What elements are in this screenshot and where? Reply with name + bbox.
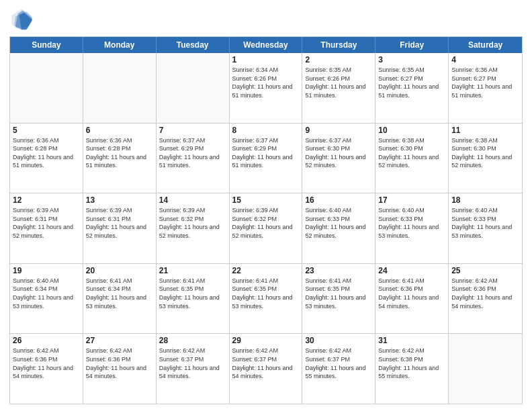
calendar-cell: 18Sunrise: 6:40 AM Sunset: 6:33 PM Dayli…	[449, 193, 522, 263]
day-number: 26	[13, 336, 80, 345]
day-number: 10	[378, 126, 445, 135]
cell-detail: Sunrise: 6:42 AM Sunset: 6:38 PM Dayligh…	[378, 347, 445, 380]
cell-detail: Sunrise: 6:42 AM Sunset: 6:37 PM Dayligh…	[305, 347, 372, 380]
cell-detail: Sunrise: 6:34 AM Sunset: 6:26 PM Dayligh…	[232, 66, 300, 99]
cell-detail: Sunrise: 6:42 AM Sunset: 6:37 PM Dayligh…	[232, 347, 300, 380]
calendar-cell: 28Sunrise: 6:42 AM Sunset: 6:37 PM Dayli…	[157, 334, 230, 404]
weekday-header-saturday: Saturday	[449, 37, 522, 53]
cell-detail: Sunrise: 6:35 AM Sunset: 6:27 PM Dayligh…	[378, 66, 445, 99]
day-number: 24	[378, 266, 445, 275]
day-number: 8	[232, 126, 300, 135]
day-number: 28	[159, 336, 226, 345]
calendar-row-3: 19Sunrise: 6:40 AM Sunset: 6:34 PM Dayli…	[10, 263, 522, 334]
cell-detail: Sunrise: 6:42 AM Sunset: 6:37 PM Dayligh…	[159, 347, 226, 380]
calendar-cell: 1Sunrise: 6:34 AM Sunset: 6:26 PM Daylig…	[230, 53, 303, 123]
cell-detail: Sunrise: 6:39 AM Sunset: 6:32 PM Dayligh…	[159, 206, 226, 240]
day-number: 20	[86, 266, 153, 275]
cell-detail: Sunrise: 6:37 AM Sunset: 6:29 PM Dayligh…	[159, 136, 226, 170]
calendar-header: SundayMondayTuesdayWednesdayThursdayFrid…	[10, 37, 522, 53]
day-number: 29	[232, 336, 300, 345]
page: SundayMondayTuesdayWednesdayThursdayFrid…	[0, 0, 532, 411]
calendar-cell: 20Sunrise: 6:41 AM Sunset: 6:34 PM Dayli…	[83, 264, 157, 334]
cell-detail: Sunrise: 6:36 AM Sunset: 6:28 PM Dayligh…	[86, 136, 153, 170]
cell-detail: Sunrise: 6:36 AM Sunset: 6:27 PM Dayligh…	[451, 66, 519, 99]
calendar-cell	[83, 53, 157, 123]
day-number: 6	[86, 126, 153, 135]
calendar-cell: 4Sunrise: 6:36 AM Sunset: 6:27 PM Daylig…	[449, 53, 522, 123]
header	[9, 7, 523, 31]
calendar-cell: 15Sunrise: 6:39 AM Sunset: 6:32 PM Dayli…	[230, 193, 303, 263]
day-number: 18	[451, 195, 519, 205]
cell-detail: Sunrise: 6:41 AM Sunset: 6:36 PM Dayligh…	[378, 277, 445, 310]
day-number: 25	[451, 266, 519, 275]
calendar-cell	[10, 53, 83, 123]
cell-detail: Sunrise: 6:39 AM Sunset: 6:31 PM Dayligh…	[13, 206, 80, 240]
cell-detail: Sunrise: 6:41 AM Sunset: 6:35 PM Dayligh…	[232, 277, 300, 310]
cell-detail: Sunrise: 6:37 AM Sunset: 6:30 PM Dayligh…	[305, 136, 372, 170]
calendar-cell: 19Sunrise: 6:40 AM Sunset: 6:34 PM Dayli…	[10, 264, 83, 334]
cell-detail: Sunrise: 6:42 AM Sunset: 6:36 PM Dayligh…	[13, 347, 80, 380]
day-number: 4	[451, 55, 519, 64]
calendar-cell: 6Sunrise: 6:36 AM Sunset: 6:28 PM Daylig…	[83, 124, 157, 193]
cell-detail: Sunrise: 6:40 AM Sunset: 6:34 PM Dayligh…	[13, 277, 80, 310]
logo	[9, 7, 36, 31]
weekday-header-wednesday: Wednesday	[230, 37, 303, 53]
logo-icon	[9, 7, 34, 31]
day-number: 7	[159, 126, 226, 135]
calendar-cell: 3Sunrise: 6:35 AM Sunset: 6:27 PM Daylig…	[375, 53, 449, 123]
day-number: 11	[451, 126, 519, 135]
calendar: SundayMondayTuesdayWednesdayThursdayFrid…	[9, 36, 523, 404]
day-number: 12	[13, 195, 80, 205]
calendar-cell: 7Sunrise: 6:37 AM Sunset: 6:29 PM Daylig…	[157, 124, 230, 193]
cell-detail: Sunrise: 6:40 AM Sunset: 6:33 PM Dayligh…	[451, 206, 519, 240]
day-number: 16	[305, 195, 372, 205]
day-number: 23	[305, 266, 372, 275]
calendar-cell: 23Sunrise: 6:41 AM Sunset: 6:35 PM Dayli…	[302, 264, 375, 334]
cell-detail: Sunrise: 6:38 AM Sunset: 6:30 PM Dayligh…	[451, 136, 519, 170]
calendar-cell: 12Sunrise: 6:39 AM Sunset: 6:31 PM Dayli…	[10, 193, 83, 263]
calendar-cell: 5Sunrise: 6:36 AM Sunset: 6:28 PM Daylig…	[10, 124, 83, 193]
cell-detail: Sunrise: 6:37 AM Sunset: 6:29 PM Dayligh…	[232, 136, 300, 170]
calendar-body: 1Sunrise: 6:34 AM Sunset: 6:26 PM Daylig…	[10, 53, 522, 404]
cell-detail: Sunrise: 6:35 AM Sunset: 6:26 PM Dayligh…	[305, 66, 372, 99]
day-number: 27	[86, 336, 153, 345]
day-number: 13	[86, 195, 153, 205]
day-number: 5	[13, 126, 80, 135]
calendar-cell: 26Sunrise: 6:42 AM Sunset: 6:36 PM Dayli…	[10, 334, 83, 404]
calendar-cell: 2Sunrise: 6:35 AM Sunset: 6:26 PM Daylig…	[302, 53, 375, 123]
day-number: 19	[13, 266, 80, 275]
day-number: 3	[378, 55, 445, 64]
calendar-row-4: 26Sunrise: 6:42 AM Sunset: 6:36 PM Dayli…	[10, 333, 522, 404]
weekday-header-sunday: Sunday	[10, 37, 83, 53]
calendar-cell: 9Sunrise: 6:37 AM Sunset: 6:30 PM Daylig…	[302, 124, 375, 193]
weekday-header-friday: Friday	[375, 37, 449, 53]
calendar-cell: 31Sunrise: 6:42 AM Sunset: 6:38 PM Dayli…	[375, 334, 449, 404]
calendar-cell: 11Sunrise: 6:38 AM Sunset: 6:30 PM Dayli…	[449, 124, 522, 193]
calendar-cell	[157, 53, 230, 123]
calendar-cell: 14Sunrise: 6:39 AM Sunset: 6:32 PM Dayli…	[157, 193, 230, 263]
weekday-header-tuesday: Tuesday	[157, 37, 230, 53]
day-number: 9	[305, 126, 372, 135]
day-number: 17	[378, 195, 445, 205]
weekday-header-thursday: Thursday	[302, 37, 375, 53]
day-number: 2	[305, 55, 372, 64]
cell-detail: Sunrise: 6:36 AM Sunset: 6:28 PM Dayligh…	[13, 136, 80, 170]
cell-detail: Sunrise: 6:42 AM Sunset: 6:36 PM Dayligh…	[86, 347, 153, 380]
day-number: 21	[159, 266, 226, 275]
cell-detail: Sunrise: 6:39 AM Sunset: 6:32 PM Dayligh…	[232, 206, 300, 240]
calendar-row-2: 12Sunrise: 6:39 AM Sunset: 6:31 PM Dayli…	[10, 193, 522, 263]
calendar-cell: 17Sunrise: 6:40 AM Sunset: 6:33 PM Dayli…	[375, 193, 449, 263]
day-number: 14	[159, 195, 226, 205]
calendar-cell: 16Sunrise: 6:40 AM Sunset: 6:33 PM Dayli…	[302, 193, 375, 263]
calendar-cell: 8Sunrise: 6:37 AM Sunset: 6:29 PM Daylig…	[230, 124, 303, 193]
cell-detail: Sunrise: 6:40 AM Sunset: 6:33 PM Dayligh…	[305, 206, 372, 240]
weekday-header-monday: Monday	[83, 37, 157, 53]
calendar-cell: 21Sunrise: 6:41 AM Sunset: 6:35 PM Dayli…	[157, 264, 230, 334]
calendar-cell	[449, 334, 522, 404]
calendar-cell: 27Sunrise: 6:42 AM Sunset: 6:36 PM Dayli…	[83, 334, 157, 404]
cell-detail: Sunrise: 6:40 AM Sunset: 6:33 PM Dayligh…	[378, 206, 445, 240]
day-number: 31	[378, 336, 445, 345]
day-number: 1	[232, 55, 300, 64]
calendar-cell: 24Sunrise: 6:41 AM Sunset: 6:36 PM Dayli…	[375, 264, 449, 334]
cell-detail: Sunrise: 6:38 AM Sunset: 6:30 PM Dayligh…	[378, 136, 445, 170]
